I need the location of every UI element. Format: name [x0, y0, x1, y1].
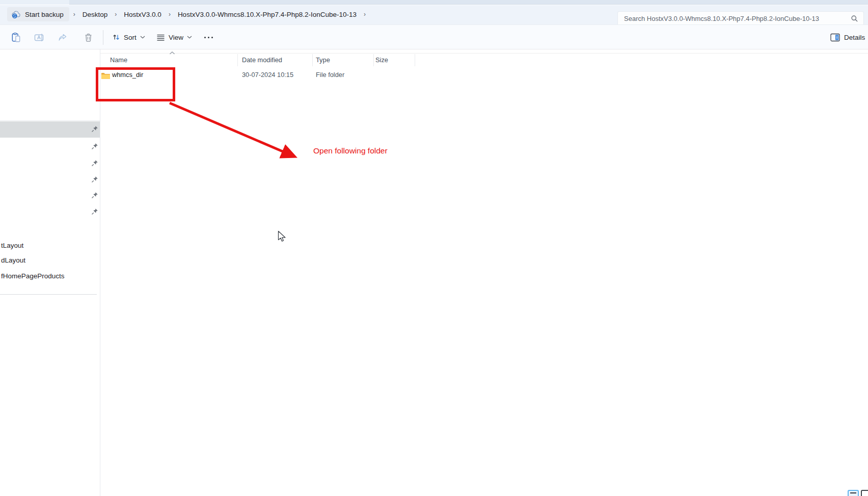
column-resize-handle[interactable] — [237, 54, 238, 66]
pin-icon[interactable] — [91, 208, 98, 215]
see-more-button[interactable] — [199, 28, 218, 46]
breadcrumb-item-hostx[interactable]: HostxV3.0.0 — [121, 11, 165, 18]
pin-icon[interactable] — [91, 143, 98, 150]
delete-icon — [84, 33, 93, 42]
sidebar-item-tlayout[interactable]: tLayout — [1, 242, 23, 249]
search-icon[interactable] — [851, 15, 858, 22]
details-pane-button[interactable]: Details — [826, 28, 868, 46]
sidebar-item-dlayout[interactable]: dLayout — [1, 256, 25, 264]
details-label: Details — [844, 34, 865, 41]
breadcrumb: Start backup › Desktop › HostxV3.0.0 › H… — [7, 7, 370, 22]
sidebar-selected-item[interactable] — [0, 121, 100, 138]
title-bar-strip — [0, 0, 868, 5]
backup-sync-icon — [11, 10, 21, 19]
pin-icon[interactable] — [91, 192, 98, 199]
column-header-size[interactable]: Size — [375, 56, 388, 64]
column-resize-handle[interactable] — [373, 54, 374, 66]
pin-icon[interactable] — [91, 160, 98, 167]
annotation-arrow — [163, 98, 311, 169]
breadcrumb-chevron-icon: › — [111, 11, 121, 18]
details-pane-icon — [830, 33, 840, 42]
rename-button[interactable] — [30, 28, 48, 46]
rename-icon — [34, 33, 44, 42]
sidebar-item-homepageproducts[interactable]: fHomePageProducts — [1, 272, 65, 280]
paste-icon — [11, 33, 21, 42]
column-header-date-modified[interactable]: Date modified — [242, 56, 282, 64]
sidebar-divider — [100, 49, 100, 496]
breadcrumb-item-desktop[interactable]: Desktop — [79, 11, 111, 18]
sidebar-section-divider — [0, 294, 97, 295]
breadcrumb-item-current-folder[interactable]: HostxV3.0.0-Whmcs8.10.X-Php7.4-Php8.2-Io… — [175, 11, 360, 18]
view-icon — [156, 34, 165, 41]
start-backup-label: Start backup — [25, 11, 64, 18]
pin-icon[interactable] — [91, 176, 98, 183]
toolbar-divider — [103, 30, 103, 45]
sort-button[interactable]: Sort — [108, 28, 149, 46]
chevron-down-icon — [140, 36, 145, 39]
file-type: File folder — [316, 71, 344, 79]
column-resize-handle[interactable] — [415, 54, 415, 66]
file-explorer-window: Start backup › Desktop › HostxV3.0.0 › H… — [0, 0, 868, 496]
chevron-down-icon — [187, 36, 192, 39]
sidebar-section-divider — [0, 120, 100, 121]
column-header-name[interactable]: Name — [110, 56, 127, 64]
command-bar: Sort View Details — [0, 24, 868, 49]
annotation-highlight-box — [96, 67, 175, 101]
start-backup-button[interactable]: Start backup — [7, 7, 69, 21]
column-header-type[interactable]: Type — [316, 56, 330, 64]
sort-icon — [112, 33, 120, 41]
file-date-modified: 30-07-2024 10:15 — [242, 71, 293, 79]
breadcrumb-chevron-icon: › — [165, 11, 175, 18]
pin-icon[interactable] — [91, 125, 98, 133]
explorer-tab-remnant — [0, 0, 69, 5]
sort-ascending-caret-icon — [169, 51, 175, 55]
view-label: View — [169, 34, 183, 41]
search-input[interactable]: Search HostxV3.0.0-Whmcs8.10.X-Php7.4-Ph… — [617, 11, 864, 26]
share-button[interactable] — [53, 28, 71, 46]
share-icon — [58, 33, 67, 42]
large-icons-view-toggle[interactable] — [861, 490, 868, 496]
delete-button[interactable] — [79, 28, 97, 46]
search-placeholder: Search HostxV3.0.0-Whmcs8.10.X-Php7.4-Ph… — [624, 15, 851, 22]
details-view-toggle[interactable] — [848, 490, 859, 496]
breadcrumb-chevron-icon: › — [69, 11, 79, 18]
breadcrumb-chevron-icon: › — [360, 11, 370, 18]
column-resize-handle[interactable] — [312, 54, 313, 66]
address-bar: Start backup › Desktop › HostxV3.0.0 › H… — [0, 5, 868, 24]
list-header-border — [100, 53, 868, 54]
see-more-icon — [204, 37, 213, 38]
view-button[interactable]: View — [152, 28, 196, 46]
sort-label: Sort — [124, 34, 137, 41]
mouse-cursor — [278, 230, 286, 242]
paste-button[interactable] — [7, 28, 25, 46]
annotation-label: Open following folder — [313, 146, 388, 155]
